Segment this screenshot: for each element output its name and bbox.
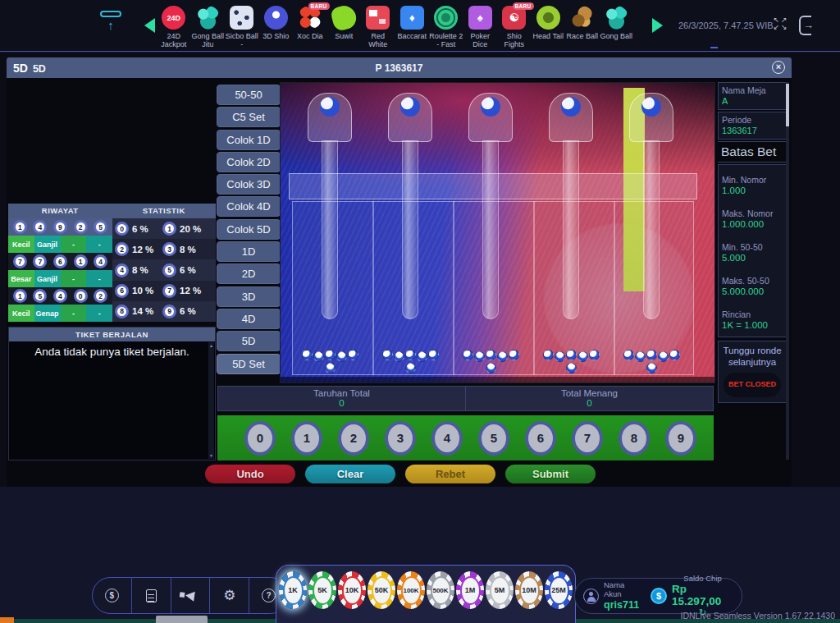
logout-icon[interactable]: →	[799, 16, 820, 35]
game-shio-fights[interactable]: BARU Shio Fights	[497, 6, 532, 49]
suwit-hand-icon	[329, 3, 358, 33]
account-name-value: qris711	[604, 599, 639, 611]
poker-dice-icon	[468, 6, 492, 30]
bet-type-colok-3d[interactable]: Colok 3D	[217, 174, 281, 195]
game-race-ball[interactable]: Race Ball	[565, 6, 600, 49]
24d-icon-text: 24D	[162, 6, 185, 30]
game-list: 24D 24D Jackpot Gong Ball Jitu Sicbo Bal…	[157, 6, 633, 49]
round-status-box: Tunggu ronde selanjutnya BET CLOSED	[718, 341, 787, 403]
number-2[interactable]: 2	[338, 421, 369, 456]
bet-type-5d[interactable]: 5D	[217, 331, 281, 351]
report-button[interactable]	[131, 578, 171, 613]
video-bottom-shade	[281, 377, 714, 383]
draw-tag: -	[61, 305, 87, 322]
game-label: Race Ball	[565, 32, 600, 40]
draw-ball: 4	[94, 254, 107, 268]
tickets-scrollbar[interactable]: ▲ ▼	[208, 342, 214, 459]
chip-50k[interactable]: 50K	[368, 571, 395, 609]
game-suwit[interactable]: Suwit	[327, 6, 362, 49]
chip-1m[interactable]: 1M	[456, 571, 484, 609]
tank-divider	[614, 201, 615, 375]
bet-type-2d[interactable]: 2D	[217, 263, 281, 284]
game-24d-jackpot[interactable]: 24D 24D Jackpot	[157, 6, 191, 49]
number-4[interactable]: 4	[431, 421, 463, 456]
stat-pct: 12 %	[180, 286, 210, 295]
chip-1k[interactable]: 1K	[279, 571, 307, 609]
number-0[interactable]: 0	[244, 421, 276, 456]
collapse-bar-icon[interactable]: ↑	[98, 11, 123, 40]
info-scrollbar-thumb[interactable]	[786, 84, 789, 126]
bet-type-50-50[interactable]: 50-50	[217, 85, 281, 105]
number-3[interactable]: 3	[385, 421, 416, 456]
number-7[interactable]: 7	[572, 421, 603, 456]
lottery-machine	[451, 93, 530, 378]
drawn-ball	[481, 97, 500, 117]
refund-button[interactable]: $	[93, 578, 131, 613]
games-scroll-indicator	[710, 47, 718, 48]
chip-25m[interactable]: 25M	[545, 571, 573, 609]
number-6[interactable]: 6	[525, 421, 556, 456]
game-head-tail[interactable]: Head Tail	[532, 6, 566, 49]
settings-button[interactable]: ⚙	[209, 578, 249, 613]
statistik-table: 0 6 % 1 20 % 2 12 % 3 8 % 4	[112, 218, 216, 322]
number-1[interactable]: 1	[291, 421, 322, 456]
game-roulette-2-fast[interactable]: Roulette 2 - Fast	[429, 6, 463, 49]
account-bar: Nama Akun qris711 $ Saldo Chip Rp 15.297…	[574, 578, 742, 614]
bet-type-colok-1d[interactable]: Colok 1D	[217, 130, 281, 150]
close-icon[interactable]: ×	[772, 61, 785, 74]
chip-10k[interactable]: 10K	[338, 571, 366, 609]
draw-ball: 5	[33, 289, 47, 303]
stat-pct: 10 %	[132, 286, 162, 295]
tickets-panel: TIKET BERJALAN Anda tidak punya tiket be…	[8, 327, 216, 460]
scroll-games-left-icon[interactable]	[144, 18, 155, 33]
bet-type-c5-set[interactable]: C5 Set	[217, 107, 281, 127]
game-gong-ball-jitu[interactable]: Gong Ball Jitu	[191, 6, 226, 49]
account-name-block: Nama Akun qris711	[604, 581, 639, 611]
chip-label: 1M	[460, 576, 481, 605]
bet-type-4d[interactable]: 4D	[217, 309, 281, 329]
game-poker-dice[interactable]: Poker Dice	[463, 6, 498, 49]
chip-tray: 1K 5K 10K 50K 100K 500K 1M 5M 10M 25M	[276, 565, 576, 623]
limit-value: 1.000	[722, 186, 783, 195]
announcement-button[interactable]	[171, 578, 210, 613]
scroll-up-icon[interactable]: ▲	[208, 343, 214, 348]
number-5[interactable]: 5	[478, 421, 509, 456]
chip-label: 500K	[431, 576, 451, 605]
chip-100k[interactable]: 100K	[397, 571, 425, 609]
game-label: 3D Shio	[259, 32, 294, 40]
stat-pct: 8 %	[180, 245, 210, 254]
bet-type-colok-5d[interactable]: Colok 5D	[217, 219, 281, 240]
clear-button[interactable]: Clear	[305, 465, 395, 483]
game-gong-ball[interactable]: Gong Ball	[600, 6, 634, 49]
drawn-ball	[641, 97, 661, 117]
chip-5m[interactable]: 5M	[486, 571, 514, 609]
number-8[interactable]: 8	[619, 421, 650, 456]
bet-type-1d[interactable]: 1D	[217, 241, 281, 262]
game-baccarat[interactable]: Baccarat	[395, 6, 430, 49]
game-red-white[interactable]: Red White	[361, 6, 395, 49]
chip-500k[interactable]: 500K	[427, 571, 454, 609]
balance-value: Rp 15.297,00	[672, 584, 733, 608]
game-sicbo-ball[interactable]: Sicbo Ball -	[225, 6, 259, 49]
game-3d-shio[interactable]: 3D Shio	[259, 6, 294, 49]
bet-status-pill: BET CLOSED	[724, 373, 781, 397]
scroll-games-right-icon[interactable]	[652, 18, 663, 33]
bet-type-colok-2d[interactable]: Colok 2D	[217, 152, 281, 172]
totals-bar: Taruhan Total 0 Total Menang 0	[217, 386, 714, 411]
game-xoc-dia[interactable]: BARU Xoc Dia	[293, 6, 327, 49]
chip-5k[interactable]: 5K	[308, 571, 336, 609]
bet-type-5d-set[interactable]: 5D Set	[217, 354, 281, 374]
bet-type-3d[interactable]: 3D	[217, 286, 281, 307]
rebet-button[interactable]: Rebet	[405, 465, 495, 483]
chip-10m[interactable]: 10M	[515, 571, 543, 609]
scroll-down-icon[interactable]: ▼	[208, 453, 214, 458]
info-scrollbar[interactable]	[786, 82, 789, 460]
main-area: 5D5D P 1363617 × RIWAYAT STATISTIK 1 4 9	[0, 53, 840, 487]
undo-button[interactable]: Undo	[205, 465, 295, 483]
number-9[interactable]: 9	[665, 421, 696, 456]
bet-type-colok-4d[interactable]: Colok 4D	[217, 196, 281, 217]
submit-button[interactable]: Submit	[505, 465, 596, 483]
draw-ball: 5	[94, 220, 107, 234]
action-buttons: Undo Clear Rebet Submit	[205, 465, 714, 483]
fullscreen-icon[interactable]: ↖↗↙↘	[772, 16, 790, 31]
